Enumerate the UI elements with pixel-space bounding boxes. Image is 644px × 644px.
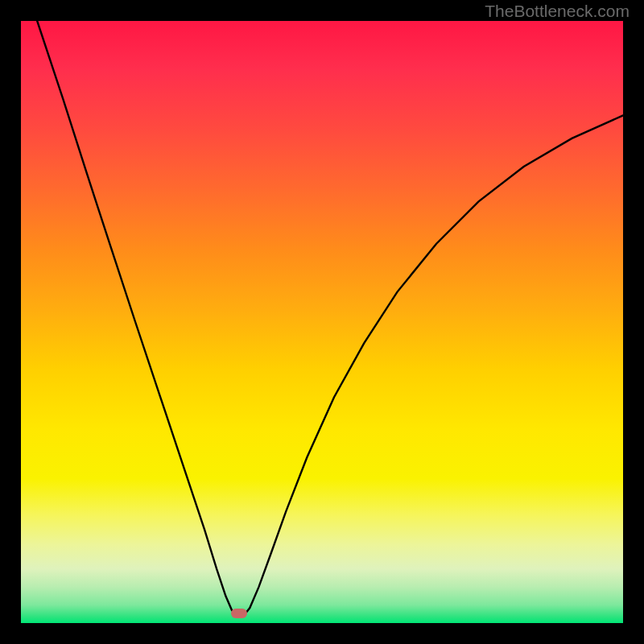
optimal-marker [231, 609, 247, 618]
curve-left-path [37, 21, 234, 614]
plot-area [21, 21, 623, 623]
watermark-text: TheBottleneck.com [485, 2, 630, 21]
curve-right-path [245, 115, 623, 613]
curve-svg [21, 21, 623, 623]
